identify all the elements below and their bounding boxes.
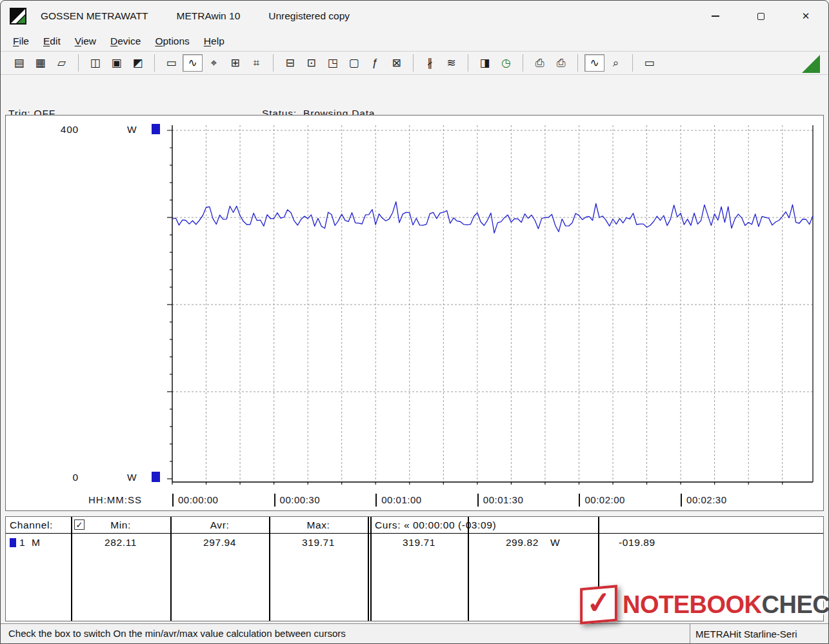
file-save-as-icon[interactable]: ▦ [30,54,50,72]
tooltip-icon[interactable]: ▭ [639,54,659,72]
header-max: Max: [269,519,368,531]
chart-canvas[interactable] [6,116,823,510]
maximize-icon [757,13,764,20]
row-cursor-right-value: 299.82 [506,537,539,548]
notebookcheck-watermark: ✓ NOTEBOOKCHECK [580,587,829,623]
toolbar: ▤▦▱◫▣◩▭∿⌖⊞⌗⊟⊡◳▢ƒ⊠∦≋◨◷⎙⎙∿⌕▭ [1,51,828,75]
file-save-icon[interactable]: ▤ [9,54,29,72]
row-cursor-right-unit: W [550,537,560,548]
table-view-icon[interactable]: ⊞ [225,54,245,72]
y-axis-unit-top: W [127,124,137,136]
maximize-button[interactable] [738,1,783,32]
monitor-blank-icon[interactable]: ▢ [344,54,364,72]
memory-read-icon[interactable]: ◩ [128,54,148,72]
time-axis-label: 00:02:30 [681,494,726,507]
chart-panel: 400 W 0 W HH:MM:SS 00:00:0000:00:3000:01… [5,115,824,511]
time-axis-label: 00:01:00 [375,494,421,507]
menubar: File Edit View Device Options Help [1,32,828,51]
toolbar-group: ▭∿⌖⊞⌗ [161,54,274,72]
zoom-select-icon[interactable]: ⌕ [606,54,626,72]
menu-edit-label: E [43,35,50,46]
window-controls: ✕ [693,1,828,32]
menu-view-label: V [75,35,81,46]
row-cursor-right-cell: 299.82 W [468,537,598,548]
x-axis-caption: HH:MM:SS [88,494,142,507]
menu-help-label-rest: elp [211,35,225,46]
split-channel-icon[interactable]: ∦ [420,54,440,72]
time-axis-label: 00:01:30 [477,494,523,507]
app-window: GOSSEN METRAWATT METRAwin 10 Unregistere… [0,0,829,644]
minimize-icon [712,15,719,16]
row-cursor-delta-value: -019.89 [619,537,655,548]
window-title-license: Unregistered copy [268,10,350,22]
scale-settings-icon[interactable]: ⌗ [246,54,266,72]
row-channel-mode: M [32,537,41,548]
channels-overlay-icon[interactable]: ◨ [475,54,495,72]
toolbar-group: ⊟⊡◳▢ƒ⊠ [279,54,414,72]
toolbar-group: ▤▦▱ [8,54,79,72]
channel-color-marker-bottom [152,472,160,482]
monitor-transfer-icon[interactable]: ⊡ [301,54,321,72]
row-max-value: 319.71 [269,537,368,548]
snapshot-icon[interactable]: ▣ [106,54,126,72]
menu-edit[interactable]: Edit [36,33,68,50]
window-title-app: GOSSEN METRAWATT [41,10,148,22]
toolbar-group: ▭ [639,54,666,72]
close-icon: ✕ [802,10,810,22]
time-axis: HH:MM:SS 00:00:0000:00:3000:01:0000:01:3… [6,494,823,510]
device-readout-icon[interactable]: ◫ [85,54,105,72]
trend-view-icon[interactable]: ∿ [183,54,203,72]
column-divider [368,517,369,621]
y-axis-max-label: 400 [51,124,79,136]
menu-help-label: H [204,35,211,46]
header-avr: Avr: [170,519,269,531]
toolbar-group: ◨◷ [474,54,523,72]
menu-help[interactable]: Help [197,33,232,50]
waveform-icon[interactable]: ≋ [441,54,461,72]
minimize-button[interactable] [693,1,738,32]
zoom-curve-icon[interactable]: ∿ [584,54,604,72]
statusbar-hint-text: Check the box to switch On the min/avr/m… [8,628,346,639]
row-min-value: 282.11 [71,537,170,548]
print-icon[interactable]: ⎙ [530,54,550,72]
formula-icon[interactable]: ƒ [365,54,385,72]
toolbar-corner-triangle-icon [802,55,820,73]
monitor-grid-icon[interactable]: ⊠ [386,54,406,72]
header-min: Min: [71,519,170,531]
device-name-text: METRAHit Starline-Seri [695,629,797,639]
print-preview-icon[interactable]: ⎙ [551,54,571,72]
menu-view[interactable]: View [68,33,103,50]
watermark-check-icon: ✓ [584,584,612,621]
window-title-program: METRAwin 10 [176,10,240,22]
toolbar-group: ∦≋ [419,54,468,72]
y-axis-unit-bottom: W [127,472,137,483]
table-header-row: Channel: ✓ Min: Avr: Max: Curs: « 00:00:… [6,517,823,534]
row-channel-number: 1 [19,537,25,548]
channel-color-swatch [10,538,16,547]
file-open-icon[interactable]: ▱ [52,54,72,72]
close-button[interactable]: ✕ [783,1,828,32]
toolbar-group: ⎙⎙ [529,54,578,72]
app-logo-icon [10,8,26,25]
channel-color-marker-top [152,124,160,134]
acquisition-status-panel: Trig: OFF Chan: 123456789 Status: Browsi… [1,75,828,115]
row-avr-value: 297.94 [170,537,269,548]
timer-icon[interactable]: ◷ [496,54,516,72]
menu-device-label: D [110,35,117,46]
menu-device[interactable]: Device [103,33,148,50]
statusbar-device-field: METRAHit Starline-Seri [690,624,828,643]
menu-edit-label-rest: dit [50,35,60,46]
monitor-graph-icon[interactable]: ◳ [323,54,343,72]
watermark-word-red: NOTEBOOK [623,591,762,618]
column-divider [71,517,72,621]
scope-view-icon[interactable]: ⌖ [204,54,224,72]
header-cursor: Curs: « 00:00:00 (-03:09) [375,519,496,531]
monitor-export-icon[interactable]: ⊟ [280,54,300,72]
menu-options-label-rest: ptions [163,35,189,46]
menu-device-label-rest: evice [117,35,141,46]
menu-file[interactable]: File [6,33,36,50]
menu-view-label-rest: iew [81,35,96,46]
menu-options[interactable]: Options [148,33,196,50]
column-divider [269,517,270,621]
display-panel-icon[interactable]: ▭ [161,54,181,72]
